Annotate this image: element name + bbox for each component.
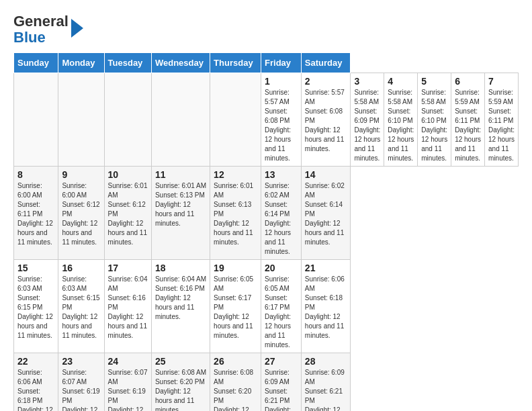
day-info: Sunrise: 6:00 AMSunset: 6:11 PMDaylight:…	[17, 181, 54, 247]
weekday-header-thursday: Thursday	[210, 53, 261, 73]
day-info: Sunrise: 5:58 AMSunset: 6:10 PMDaylight:…	[388, 88, 414, 163]
weekday-header-sunday: Sunday	[14, 53, 58, 73]
calendar-cell: 1Sunrise: 5:57 AMSunset: 6:08 PMDaylight…	[261, 73, 302, 167]
calendar-cell: 23Sunrise: 6:07 AMSunset: 6:19 PMDayligh…	[58, 353, 104, 411]
calendar-week-4: 22Sunrise: 6:06 AMSunset: 6:18 PMDayligh…	[14, 353, 519, 411]
calendar-cell: 4Sunrise: 5:58 AMSunset: 6:10 PMDaylight…	[384, 73, 418, 167]
day-info: Sunrise: 6:00 AMSunset: 6:12 PMDaylight:…	[62, 181, 100, 247]
calendar-cell: 16Sunrise: 6:03 AMSunset: 6:15 PMDayligh…	[58, 260, 104, 353]
day-info: Sunrise: 6:07 AMSunset: 6:19 PMDaylight:…	[108, 368, 148, 411]
weekday-header-monday: Monday	[58, 53, 104, 73]
calendar-body: 1Sunrise: 5:57 AMSunset: 6:08 PMDaylight…	[14, 73, 519, 411]
logo-arrow-icon	[71, 19, 83, 38]
calendar-cell: 12Sunrise: 6:01 AMSunset: 6:13 PMDayligh…	[210, 167, 261, 260]
logo-general: General	[13, 13, 69, 30]
calendar-cell: 28Sunrise: 6:09 AMSunset: 6:21 PMDayligh…	[301, 353, 351, 411]
day-number: 10	[108, 169, 148, 180]
day-number: 6	[455, 76, 481, 87]
day-info: Sunrise: 6:08 AMSunset: 6:20 PMDaylight:…	[214, 368, 257, 411]
calendar-cell	[104, 73, 151, 167]
calendar-cell: 3Sunrise: 5:58 AMSunset: 6:09 PMDaylight…	[351, 73, 384, 167]
day-info: Sunrise: 6:09 AMSunset: 6:21 PMDaylight:…	[265, 368, 298, 411]
calendar-cell: 10Sunrise: 6:01 AMSunset: 6:12 PMDayligh…	[104, 167, 151, 260]
day-info: Sunrise: 6:01 AMSunset: 6:13 PMDaylight:…	[155, 181, 206, 228]
day-info: Sunrise: 5:59 AMSunset: 6:11 PMDaylight:…	[455, 88, 481, 163]
page-header: General Blue	[13, 13, 519, 46]
logo: General Blue	[13, 13, 83, 46]
calendar-week-3: 15Sunrise: 6:03 AMSunset: 6:15 PMDayligh…	[14, 260, 519, 353]
calendar-cell: 17Sunrise: 6:04 AMSunset: 6:16 PMDayligh…	[104, 260, 151, 353]
day-info: Sunrise: 6:04 AMSunset: 6:16 PMDaylight:…	[108, 275, 148, 340]
calendar-cell: 6Sunrise: 5:59 AMSunset: 6:11 PMDaylight…	[451, 73, 485, 167]
day-number: 14	[305, 169, 347, 180]
calendar-cell: 26Sunrise: 6:08 AMSunset: 6:20 PMDayligh…	[210, 353, 261, 411]
day-info: Sunrise: 6:02 AMSunset: 6:14 PMDaylight:…	[265, 181, 298, 257]
day-number: 24	[108, 356, 148, 367]
calendar-cell: 20Sunrise: 6:05 AMSunset: 6:17 PMDayligh…	[261, 260, 302, 353]
day-info: Sunrise: 5:58 AMSunset: 6:10 PMDaylight:…	[421, 88, 447, 163]
day-info: Sunrise: 6:03 AMSunset: 6:15 PMDaylight:…	[62, 275, 100, 340]
day-number: 5	[421, 76, 447, 87]
day-number: 7	[488, 76, 515, 87]
weekday-header-friday: Friday	[261, 53, 302, 73]
calendar-cell: 8Sunrise: 6:00 AMSunset: 6:11 PMDaylight…	[14, 167, 58, 260]
calendar-cell: 9Sunrise: 6:00 AMSunset: 6:12 PMDaylight…	[58, 167, 104, 260]
day-info: Sunrise: 6:01 AMSunset: 6:12 PMDaylight:…	[108, 181, 148, 247]
day-number: 26	[214, 356, 257, 367]
day-info: Sunrise: 6:03 AMSunset: 6:15 PMDaylight:…	[17, 275, 54, 340]
calendar-cell	[14, 73, 58, 167]
day-number: 9	[62, 169, 100, 180]
day-info: Sunrise: 5:57 AMSunset: 6:08 PMDaylight:…	[265, 88, 298, 163]
day-info: Sunrise: 6:02 AMSunset: 6:14 PMDaylight:…	[305, 181, 347, 247]
calendar-cell: 24Sunrise: 6:07 AMSunset: 6:19 PMDayligh…	[104, 353, 151, 411]
day-number: 21	[305, 263, 347, 273]
calendar-header: SundayMondayTuesdayWednesdayThursdayFrid…	[14, 53, 519, 73]
calendar-cell: 2Sunrise: 5:57 AMSunset: 6:08 PMDaylight…	[301, 73, 351, 167]
day-info: Sunrise: 5:59 AMSunset: 6:11 PMDaylight:…	[488, 88, 515, 163]
day-number: 23	[62, 356, 100, 367]
day-number: 22	[17, 356, 54, 367]
calendar-cell: 13Sunrise: 6:02 AMSunset: 6:14 PMDayligh…	[261, 167, 302, 260]
calendar-cell: 18Sunrise: 6:04 AMSunset: 6:16 PMDayligh…	[151, 260, 210, 353]
calendar-cell: 15Sunrise: 6:03 AMSunset: 6:15 PMDayligh…	[14, 260, 58, 353]
calendar-cell: 22Sunrise: 6:06 AMSunset: 6:18 PMDayligh…	[14, 353, 58, 411]
logo-blue: Blue	[13, 29, 46, 46]
day-info: Sunrise: 5:58 AMSunset: 6:09 PMDaylight:…	[354, 88, 380, 163]
day-info: Sunrise: 6:01 AMSunset: 6:13 PMDaylight:…	[214, 181, 257, 247]
day-number: 16	[62, 263, 100, 273]
day-number: 3	[354, 76, 380, 87]
day-number: 13	[265, 169, 298, 180]
weekday-header-saturday: Saturday	[301, 53, 351, 73]
day-number: 17	[108, 263, 148, 273]
calendar-cell: 14Sunrise: 6:02 AMSunset: 6:14 PMDayligh…	[301, 167, 351, 260]
weekday-header-tuesday: Tuesday	[104, 53, 151, 73]
day-number: 28	[305, 356, 347, 367]
day-number: 12	[214, 169, 257, 180]
calendar-cell	[151, 73, 210, 167]
day-info: Sunrise: 6:05 AMSunset: 6:17 PMDaylight:…	[265, 275, 298, 350]
calendar-cell: 27Sunrise: 6:09 AMSunset: 6:21 PMDayligh…	[261, 353, 302, 411]
day-info: Sunrise: 6:04 AMSunset: 6:16 PMDaylight:…	[155, 275, 206, 322]
day-number: 25	[155, 356, 206, 367]
day-number: 4	[388, 76, 414, 87]
day-number: 27	[265, 356, 298, 367]
calendar-cell	[210, 73, 261, 167]
day-info: Sunrise: 5:57 AMSunset: 6:08 PMDaylight:…	[305, 88, 347, 154]
calendar-cell: 21Sunrise: 6:06 AMSunset: 6:18 PMDayligh…	[301, 260, 351, 353]
calendar-cell: 11Sunrise: 6:01 AMSunset: 6:13 PMDayligh…	[151, 167, 210, 260]
day-number: 19	[214, 263, 257, 273]
day-info: Sunrise: 6:08 AMSunset: 6:20 PMDaylight:…	[155, 368, 206, 411]
weekday-header-wednesday: Wednesday	[151, 53, 210, 73]
day-info: Sunrise: 6:06 AMSunset: 6:18 PMDaylight:…	[305, 275, 347, 340]
calendar-cell: 19Sunrise: 6:05 AMSunset: 6:17 PMDayligh…	[210, 260, 261, 353]
day-number: 8	[17, 169, 54, 180]
day-info: Sunrise: 6:05 AMSunset: 6:17 PMDaylight:…	[214, 275, 257, 340]
calendar-cell: 7Sunrise: 5:59 AMSunset: 6:11 PMDaylight…	[485, 73, 519, 167]
calendar-week-1: 1Sunrise: 5:57 AMSunset: 6:08 PMDaylight…	[14, 73, 519, 167]
calendar-cell: 25Sunrise: 6:08 AMSunset: 6:20 PMDayligh…	[151, 353, 210, 411]
day-number: 15	[17, 263, 54, 273]
day-info: Sunrise: 6:06 AMSunset: 6:18 PMDaylight:…	[17, 368, 54, 411]
calendar-week-2: 8Sunrise: 6:00 AMSunset: 6:11 PMDaylight…	[14, 167, 519, 260]
weekday-header-row: SundayMondayTuesdayWednesdayThursdayFrid…	[14, 53, 519, 73]
day-number: 20	[265, 263, 298, 273]
